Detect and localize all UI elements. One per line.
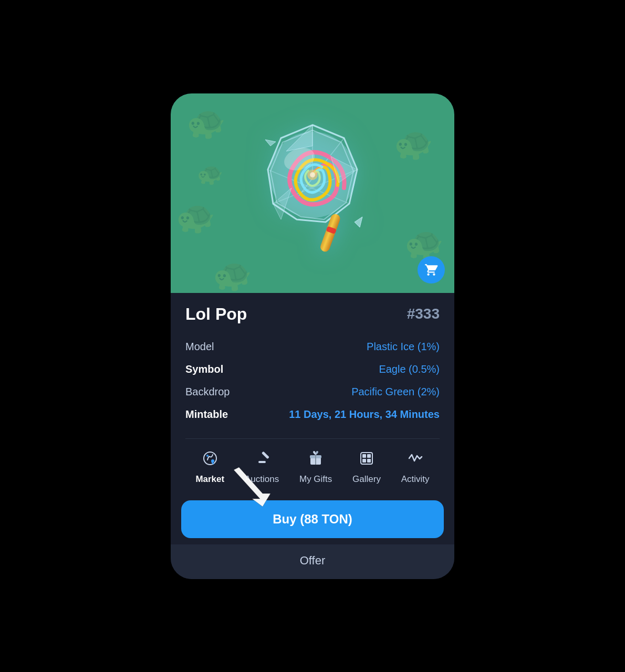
attr-symbol-value: Eagle (0.5%) [379,363,440,375]
offer-label: Offer [300,554,326,567]
attr-backdrop-value: Pacific Green (2%) [351,386,440,398]
svg-rect-22 [258,461,266,463]
bg-icon: 🐢 [186,104,226,141]
bg-icon: 🐢 [394,125,433,162]
attr-backdrop: Backdrop Pacific Green (2%) [185,381,440,403]
attr-model-value: Plastic Ice (1%) [367,341,440,353]
lollipop-artwork [244,120,381,267]
gallery-icon [359,450,374,470]
tab-my-gifts-label: My Gifts [299,474,332,485]
my-gifts-icon [308,450,324,470]
title-row: Lol Pop #333 [185,304,440,324]
svg-marker-15 [355,217,362,227]
attr-mintable-label: Mintable [185,408,228,421]
tab-auctions[interactable]: Auctions [239,447,284,488]
attr-model-label: Model [185,341,214,353]
attr-backdrop-label: Backdrop [185,386,230,398]
content-area: Lol Pop #333 Model Plastic Ice (1%) Symb… [171,293,454,493]
svg-point-8 [310,172,315,177]
attr-symbol: Symbol Eagle (0.5%) [185,358,440,381]
market-icon [202,450,218,470]
attributes-list: Model Plastic Ice (1%) Symbol Eagle (0.5… [185,335,440,426]
svg-point-19 [211,459,214,463]
bg-icon: 🐢 [404,225,444,262]
auctions-icon [254,450,270,470]
attr-mintable-value: 11 Days, 21 Hours, 34 Minutes [289,408,440,421]
tab-gallery[interactable]: Gallery [347,447,386,488]
cart-icon [424,263,438,277]
tab-gallery-label: Gallery [352,474,381,485]
attr-mintable: Mintable 11 Days, 21 Hours, 34 Minutes [185,403,440,426]
bg-icon: 🐢 [176,198,215,236]
tab-market[interactable]: Market [190,447,230,488]
svg-point-17 [204,452,216,465]
nft-image-area: 🐢 🐢 🐢 🐢 🐢 🐢 [171,93,454,293]
nft-number: #333 [407,306,440,322]
cart-button[interactable] [418,256,445,284]
action-area: Buy (88 TON) [171,493,454,544]
attr-symbol-label: Symbol [185,363,223,375]
svg-point-18 [206,455,209,457]
svg-rect-30 [367,459,371,463]
svg-marker-16 [265,140,276,146]
tab-my-gifts[interactable]: My Gifts [294,447,337,488]
bg-icon: 🐢 [197,162,223,186]
phone-container: 🐢 🐢 🐢 🐢 🐢 🐢 [171,93,454,579]
activity-icon [408,450,423,470]
tab-activity[interactable]: Activity [396,447,435,488]
tab-auctions-label: Auctions [245,474,279,485]
nft-title: Lol Pop [185,304,247,324]
tab-market-label: Market [195,474,224,485]
svg-rect-29 [362,459,366,463]
svg-rect-21 [262,451,269,459]
tab-activity-label: Activity [401,474,430,485]
svg-rect-27 [362,454,366,458]
attr-model: Model Plastic Ice (1%) [185,335,440,358]
svg-rect-28 [367,454,371,458]
buy-button[interactable]: Buy (88 TON) [181,500,444,538]
offer-area[interactable]: Offer [171,544,454,579]
tabs-row: Market Auctions [185,438,440,493]
